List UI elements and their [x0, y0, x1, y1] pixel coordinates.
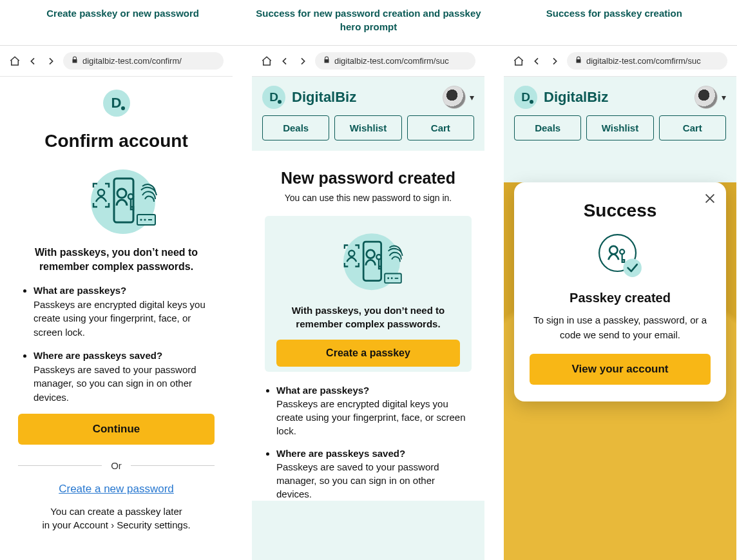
bullet-what-a: Passkeys are encrypted digital keys you …	[34, 299, 206, 338]
back-icon[interactable]	[279, 55, 291, 67]
forward-icon[interactable]	[297, 55, 309, 67]
tab-wishlist[interactable]: Wishlist	[334, 115, 401, 140]
brand-name: DigitalBiz	[292, 89, 356, 106]
svg-rect-14	[385, 274, 401, 284]
bullet-what: What are passkeys? Passkeys are encrypte…	[276, 383, 468, 438]
account-menu[interactable]: ▾	[443, 86, 474, 109]
lock-icon	[71, 56, 79, 66]
svg-point-7	[144, 218, 146, 220]
password-created-body: New password created You can use this ne…	[252, 151, 484, 501]
divider-line	[18, 465, 102, 466]
page-title: New password created	[265, 169, 472, 188]
modal-title: Success	[530, 200, 711, 221]
svg-rect-8	[148, 219, 152, 220]
tab-cart[interactable]: Cart	[659, 115, 726, 140]
brand-logo: D	[262, 86, 285, 109]
browser-bar: digitalbiz-test.com/comfirm/suc	[504, 46, 736, 77]
tabs-row: Deals Wishlist Cart	[252, 115, 484, 151]
bullet-list: What are passkeys? Passkeys are encrypte…	[265, 383, 472, 501]
back-icon[interactable]	[27, 55, 39, 67]
continue-button[interactable]: Continue	[18, 414, 215, 445]
home-icon[interactable]	[513, 55, 524, 67]
avatar	[443, 86, 466, 109]
tab-deals[interactable]: Deals	[514, 115, 581, 140]
browser-bar: digitalbiz-test.com/confirm/	[0, 46, 233, 77]
browser-bar: digitalbiz-test.com/comfirm/suc	[252, 46, 484, 77]
url-text: digitalbiz-test.com/comfirm/suc	[586, 56, 701, 66]
bullet-where-q: Where are passkeys saved?	[276, 447, 468, 460]
lock-icon	[323, 56, 330, 66]
page-title: Confirm account	[18, 131, 215, 151]
brand-logo: D	[103, 90, 130, 117]
or-divider: Or	[18, 460, 215, 471]
brand-name: DigitalBiz	[544, 89, 608, 106]
url-text: digitalbiz-test.com/comfirm/suc	[334, 56, 449, 66]
app-background: D DigitalBiz ▾ Deals Wishlist Cart New p…	[252, 77, 484, 560]
close-icon[interactable]	[703, 191, 717, 206]
svg-point-15	[387, 277, 389, 279]
back-icon[interactable]	[531, 55, 542, 67]
home-icon[interactable]	[9, 55, 21, 67]
bullet-where: Where are passkeys saved? Passkeys are s…	[276, 447, 468, 501]
page-subtitle: You can use this new password to sign in…	[265, 193, 472, 203]
view-account-button[interactable]: View your account	[530, 354, 711, 385]
promo-lead: With passkeys, you don’t need to remembe…	[276, 304, 460, 331]
lead-text: With passkeys, you don’t need to remembe…	[18, 246, 215, 275]
svg-point-6	[140, 218, 142, 220]
captions-row: Create passkey or new password Success f…	[0, 0, 737, 45]
tab-cart[interactable]: Cart	[407, 115, 474, 140]
create-password-link[interactable]: Create a new password	[59, 483, 174, 495]
modal-subtitle: Passkey created	[530, 291, 711, 305]
bullet-what: What are passkeys? Passkeys are encrypte…	[34, 284, 215, 340]
brand-letter: D	[111, 95, 122, 111]
tabs-row: Deals Wishlist Cart	[504, 115, 736, 151]
lock-icon	[575, 56, 582, 66]
bullet-where-q: Where are passkeys saved?	[34, 349, 215, 363]
avatar	[694, 86, 718, 109]
or-label: Or	[111, 460, 122, 471]
bullet-where-a: Passkeys are saved to your password mana…	[34, 364, 196, 403]
brand-logo: D	[514, 86, 537, 109]
svg-rect-5	[137, 215, 155, 225]
brand-dot-icon	[278, 100, 282, 104]
passkey-hero-icon	[330, 227, 407, 298]
forward-icon[interactable]	[549, 55, 560, 67]
tab-wishlist[interactable]: Wishlist	[586, 115, 653, 140]
brand-dot-icon	[121, 106, 125, 110]
bullet-list: What are passkeys? Passkeys are encrypte…	[18, 284, 215, 405]
url-text: digitalbiz-test.com/confirm/	[82, 56, 182, 66]
bullet-what-q: What are passkeys?	[34, 284, 215, 298]
bullet-where: Where are passkeys saved? Passkeys are s…	[34, 349, 215, 405]
url-bar[interactable]: digitalbiz-test.com/confirm/	[63, 52, 224, 70]
url-bar[interactable]: digitalbiz-test.com/comfirm/suc	[315, 52, 475, 70]
svg-point-21	[623, 258, 641, 276]
svg-rect-17	[394, 278, 398, 279]
passkey-hero-icon	[78, 164, 155, 235]
panel-password-created: digitalbiz-test.com/comfirm/suc D Digita…	[252, 46, 484, 560]
passkey-promo-card: With passkeys, you don’t need to remembe…	[265, 216, 472, 372]
bullet-what-a: Passkeys are encrypted digital keys you …	[276, 398, 465, 436]
url-bar[interactable]: digitalbiz-test.com/comfirm/suc	[567, 52, 727, 70]
account-menu[interactable]: ▾	[694, 86, 726, 109]
divider-line	[131, 465, 215, 466]
brand-dot-icon	[530, 100, 533, 104]
hint-line-1: You can create a passkey later	[50, 506, 182, 517]
brand-letter: D	[521, 90, 530, 104]
chevron-down-icon: ▾	[470, 92, 474, 102]
svg-point-20	[620, 249, 624, 254]
bullet-where-a: Passkeys are saved to your password mana…	[276, 461, 439, 499]
modal-description: To sign in use a passkey, password, or a…	[530, 313, 711, 342]
app-header: D DigitalBiz ▾	[504, 77, 736, 115]
home-icon[interactable]	[261, 55, 273, 67]
caption-1: Create passkey or new password	[0, 6, 245, 34]
passkey-success-icon	[595, 230, 646, 282]
success-modal: Success Passkey created To sign in use a…	[514, 182, 726, 401]
bullet-what-q: What are passkeys?	[276, 383, 468, 397]
create-passkey-button[interactable]: Create a passkey	[276, 340, 460, 367]
forward-icon[interactable]	[45, 55, 57, 67]
svg-point-19	[609, 246, 617, 254]
hint-text: You can create a passkey later in your A…	[18, 505, 215, 532]
panel-passkey-success: digitalbiz-test.com/comfirm/suc D Digita…	[504, 46, 736, 560]
brand-letter: D	[269, 90, 278, 104]
tab-deals[interactable]: Deals	[262, 115, 329, 140]
